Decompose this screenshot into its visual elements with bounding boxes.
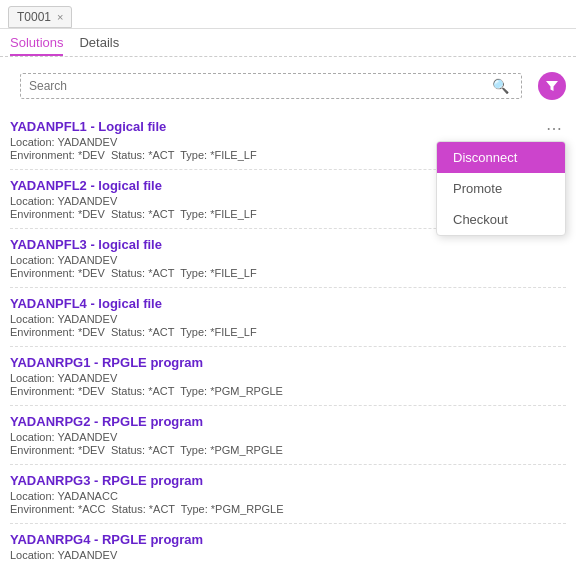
item-location: Location: YADANDEV [10, 372, 566, 384]
tab-label: T0001 [17, 10, 51, 24]
list-item: YADANRPG4 - RPGLE program Location: YADA… [10, 524, 566, 564]
item-meta: Environment: *DEV Status: *ACT Type: *FI… [10, 326, 566, 338]
tab-t0001[interactable]: T0001 × [8, 6, 72, 28]
item-title[interactable]: YADANRPG2 - RPGLE program [10, 414, 566, 429]
tab-bar: T0001 × [0, 0, 576, 29]
search-input[interactable] [29, 79, 492, 93]
more-options-button[interactable]: ⋯ [542, 119, 566, 139]
list-item: YADANPFL4 - logical file Location: YADAN… [10, 288, 566, 347]
list-item: YADANPFL3 - logical file Location: YADAN… [10, 229, 566, 288]
filter-button[interactable] [538, 72, 566, 100]
item-location: Location: YADANDEV [10, 313, 566, 325]
list-area: YADANPFL1 - Logical file Location: YADAN… [0, 111, 576, 564]
item-meta: Environment: *DEV Status: *ACT Type: *PG… [10, 444, 566, 456]
item-location: Location: YADANDEV [10, 549, 566, 561]
item-meta: Environment: *DEV Status: *ACT Type: *PG… [10, 385, 566, 397]
list-item: YADANRPG1 - RPGLE program Location: YADA… [10, 347, 566, 406]
nav-tabs: Solutions Details [0, 29, 576, 57]
tab-solutions[interactable]: Solutions [10, 35, 63, 56]
item-location: Location: YADANDEV [10, 254, 566, 266]
context-menu: Disconnect Promote Checkout [436, 141, 566, 236]
item-title[interactable]: YADANPFL3 - logical file [10, 237, 566, 252]
item-meta: Environment: *ACC Status: *ACT Type: *PG… [10, 503, 566, 515]
item-title[interactable]: YADANRPG1 - RPGLE program [10, 355, 566, 370]
context-menu-item[interactable]: Disconnect [437, 142, 565, 173]
item-location: Location: YADANACC [10, 490, 566, 502]
list-item: YADANPFL1 - Logical file Location: YADAN… [10, 111, 566, 170]
item-title[interactable]: YADANPFL4 - logical file [10, 296, 566, 311]
list-item: YADANRPG3 - RPGLE program Location: YADA… [10, 465, 566, 524]
tab-close-icon[interactable]: × [57, 11, 63, 23]
search-container: 🔍 [20, 73, 522, 99]
item-meta: Environment: *DEV Status: *ACT Type: *FI… [10, 267, 566, 279]
item-title[interactable]: YADANRPG3 - RPGLE program [10, 473, 566, 488]
item-title[interactable]: YADANPFL1 - Logical file [10, 119, 566, 134]
context-menu-item[interactable]: Promote [437, 173, 565, 204]
item-location: Location: YADANDEV [10, 431, 566, 443]
item-title[interactable]: YADANRPG4 - RPGLE program [10, 532, 566, 547]
tab-details[interactable]: Details [79, 35, 119, 56]
search-icon: 🔍 [492, 78, 509, 94]
context-menu-item[interactable]: Checkout [437, 204, 565, 235]
list-item: YADANRPG2 - RPGLE program Location: YADA… [10, 406, 566, 465]
